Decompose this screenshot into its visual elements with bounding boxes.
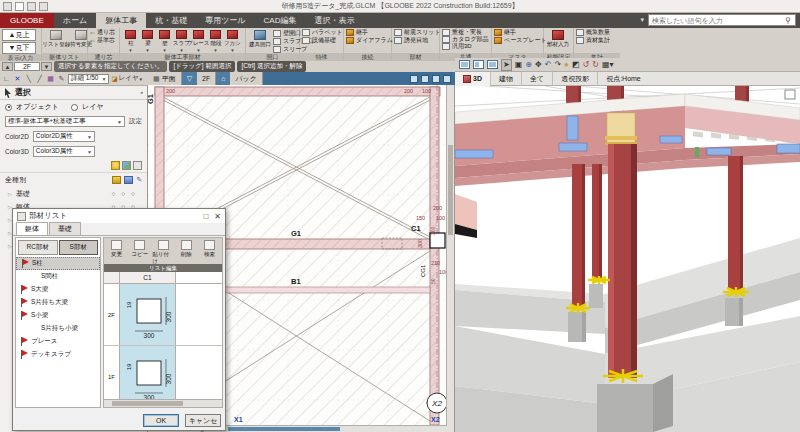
tab-kiso[interactable]: 基礎 <box>49 222 81 235</box>
dialog-tool-button[interactable]: 変更 <box>106 239 127 258</box>
visibility-icon[interactable] <box>111 161 120 170</box>
column-header-c1[interactable]: C1 <box>120 272 176 283</box>
snap-diag1-icon[interactable]: ╲ <box>24 74 33 83</box>
total-button[interactable]: 概算数量 <box>576 29 610 36</box>
section-cell[interactable]: 300 300 19 <box>120 284 176 345</box>
member-tree-item[interactable]: ブレース <box>16 335 100 348</box>
view-tool4-icon[interactable] <box>443 75 451 83</box>
paint-bucket2-icon[interactable] <box>124 176 133 184</box>
color2d-combo[interactable]: Color2D属性▼ <box>33 131 95 142</box>
ok-button[interactable]: OK <box>143 414 179 427</box>
s-member-button[interactable]: S部材 <box>59 240 99 255</box>
look-up-button[interactable]: ▲見上 <box>2 29 36 41</box>
zoom-in-icon[interactable]: ⊕ <box>525 60 532 70</box>
member-tree-item[interactable]: S大梁 <box>16 283 100 296</box>
plan-vscrollbar[interactable] <box>446 85 454 432</box>
member-button[interactable]: 階段▾ <box>207 29 224 52</box>
ribbon-tab[interactable]: 躯体工事 <box>96 13 146 28</box>
special-button[interactable]: 設備基礎 <box>302 37 336 44</box>
common-button[interactable]: 汎用3D <box>442 43 472 50</box>
dialog-tool-button[interactable]: 貼り付け <box>152 239 173 265</box>
panel-pin-icon[interactable]: ▪ <box>141 89 143 96</box>
ribbon-tab[interactable]: ホーム <box>54 13 96 28</box>
connect-button[interactable]: 継手 <box>346 29 368 36</box>
snap-diag2-icon[interactable]: ╱ <box>35 74 44 83</box>
member-button[interactable]: フカシ▾ <box>224 29 241 52</box>
measure-icon[interactable]: ✎ <box>57 74 66 83</box>
member-button[interactable]: 梁▾ <box>139 29 156 52</box>
new-file-icon[interactable] <box>15 2 24 11</box>
member-tree-item[interactable]: S間柱 <box>16 270 100 283</box>
pan-icon[interactable]: ✥ <box>535 60 542 70</box>
search-box[interactable]: ⚲ <box>648 14 796 26</box>
member-button[interactable]: ブレース▾ <box>190 29 207 52</box>
dropdown-projection[interactable]: 透視投影 <box>553 72 598 86</box>
cancel-button[interactable]: キャンセル <box>185 414 221 427</box>
special-button[interactable]: パラペット <box>302 29 343 36</box>
master-button[interactable]: ベースプレート <box>494 37 547 44</box>
app-icon[interactable] <box>3 2 12 11</box>
plan-up-icon[interactable]: ⌂ <box>216 72 230 85</box>
snap-grid-icon[interactable]: ▦ <box>46 74 55 83</box>
tab-pack[interactable]: パック <box>230 72 263 85</box>
dialog-title-bar[interactable]: 部材リスト □✕ <box>13 209 225 223</box>
open-file-icon[interactable] <box>27 2 36 11</box>
member-tree-item[interactable]: S小梁 <box>16 309 100 322</box>
floor-up-button[interactable]: ▲ <box>2 62 13 71</box>
floor-down-button[interactable]: ▼ <box>41 62 52 71</box>
member-tree-item[interactable]: S柱 <box>16 257 100 270</box>
dialog-maximize-icon[interactable]: □ <box>203 212 208 221</box>
ribbon-tab[interactable]: 杭・基礎 <box>146 13 196 28</box>
tab-plan[interactable]: ▦平面 <box>148 72 182 85</box>
member-table-row[interactable]: 2F 300 300 19 <box>104 284 222 346</box>
dropdown-all[interactable]: 全て <box>522 72 553 86</box>
dialog-close-icon[interactable]: ✕ <box>214 212 221 221</box>
snap-end-icon[interactable]: ∟ <box>2 74 11 83</box>
parts-button[interactable]: 誘発目地 <box>394 37 428 44</box>
layout-split-icon[interactable] <box>473 60 484 69</box>
undo-icon[interactable]: ↶ <box>545 60 552 70</box>
total-button[interactable]: 資材集計 <box>576 37 610 44</box>
member-tree-item[interactable]: S片持ち小梁 <box>16 322 100 335</box>
ribbon-button[interactable]: ⇐通り芯 <box>90 29 115 36</box>
member-input-button[interactable]: 部材入力 <box>546 29 570 49</box>
look-down-button[interactable]: ▼見下 <box>2 42 36 54</box>
layer-button[interactable]: ◪レイヤ▾ <box>111 74 142 83</box>
dialog-hscrollbar[interactable] <box>104 399 222 407</box>
view-tool1-icon[interactable] <box>410 75 418 83</box>
view-tool2-icon[interactable] <box>421 75 429 83</box>
ribbon-tab[interactable]: CAD編集 <box>255 13 306 28</box>
orbit-left-icon[interactable]: ↺ <box>582 60 589 70</box>
light-icon[interactable]: ● <box>564 60 569 70</box>
radio-object[interactable] <box>5 104 12 111</box>
preset-settings-button[interactable]: 設定 <box>129 117 142 126</box>
search-input[interactable] <box>649 17 785 24</box>
section-cell[interactable]: 300 300 19 <box>120 346 176 399</box>
rc-member-button[interactable]: RC部材 <box>18 240 58 255</box>
image-filter-icon[interactable] <box>122 161 131 170</box>
dialog-tool-button[interactable]: 削除 <box>176 239 197 258</box>
paint-bucket-icon[interactable] <box>112 176 121 184</box>
scale-combo[interactable]: 詳細 1/50▼ <box>68 74 109 84</box>
edit-pencil-icon[interactable]: ✎ <box>136 176 142 184</box>
floor-field[interactable]: 2F <box>14 62 40 71</box>
ribbon-pin-icon[interactable]: ▾ <box>640 16 644 24</box>
tab-kutai[interactable]: 躯体 <box>16 222 48 235</box>
view-tool3-icon[interactable] <box>432 75 440 83</box>
tab-3d[interactable]: 3D <box>455 72 491 86</box>
select-arrow-icon[interactable]: ➤ <box>501 59 512 71</box>
redo-icon[interactable]: ↷ <box>554 60 561 70</box>
member-tree-item[interactable]: デッキスラブ <box>16 348 100 361</box>
dialog-tool-button[interactable]: コピー <box>129 239 150 258</box>
member-button[interactable]: 壁▾ <box>156 29 173 52</box>
ribbon-tab[interactable]: 専用ツール <box>196 13 254 28</box>
member-table-row[interactable]: 1F 300 300 19 <box>104 346 222 399</box>
orbit-right-icon[interactable]: ↻ <box>592 60 599 70</box>
viewpoint-label[interactable]: 視点:Home <box>598 72 649 86</box>
preset-combo[interactable]: 標準-躯体工事+杭基礎工事▼ <box>5 116 125 127</box>
plan-nav-icon[interactable]: ▽ <box>182 72 197 85</box>
layout-single-icon[interactable] <box>459 60 470 69</box>
parts-button[interactable]: 耐震スリット <box>394 29 441 36</box>
color3d-combo[interactable]: Color3D属性▼ <box>33 146 95 157</box>
master-button[interactable]: 継手 <box>494 29 516 36</box>
